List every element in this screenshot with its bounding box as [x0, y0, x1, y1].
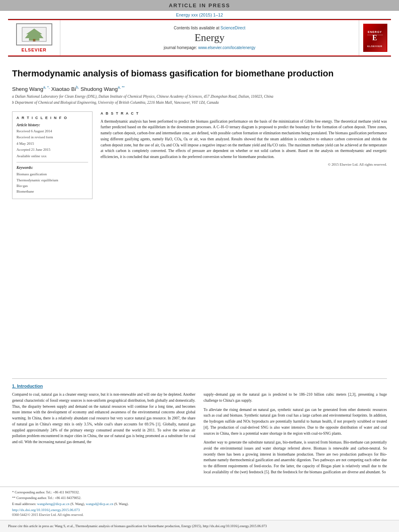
- intro-para4: Another way to generate the substitute n…: [204, 440, 387, 475]
- doi-line[interactable]: http://dx.doi.org/10.1016/j.energy.2015.…: [12, 508, 387, 512]
- energy-logo-area: ENERGY E ELSEVIER: [359, 20, 391, 55]
- journal-center-area: Contents lists available at ScienceDirec…: [60, 20, 359, 55]
- footnote-corr1: * Corresponding author. Tel.: +86 411 84…: [12, 490, 387, 495]
- received-date: Received 6 August 2014: [16, 129, 88, 134]
- article-info-label: A R T I C L E I N F O: [16, 116, 88, 120]
- info-abstract-cols: A R T I C L E I N F O Article history: R…: [12, 111, 387, 199]
- revised-label: Received in revised form: [16, 135, 88, 140]
- history-label: Article history:: [16, 123, 88, 127]
- citation-footer: Please cite this article in press as: Wa…: [0, 520, 399, 532]
- footnote-email: E-mail addresses: wangsheng@dicp.ac.cn (…: [12, 502, 387, 507]
- footnote-corr2: ** Corresponding author. Tel.: +86 411 8…: [12, 496, 387, 501]
- affil-a: a Dalian National Laboratory for Clean E…: [12, 94, 387, 99]
- intro-para2: supply–demand gap on the natural gas is …: [204, 392, 387, 403]
- svg-text:E: E: [372, 34, 377, 42]
- svg-text:ENERGY: ENERGY: [368, 31, 382, 33]
- available-online: Available online xxx: [16, 154, 88, 159]
- elsevier-logo-box: [16, 23, 52, 45]
- author2-sup: b,: [76, 85, 79, 89]
- copyright-line: © 2015 Elsevier Ltd. All rights reserved…: [101, 162, 387, 166]
- kw3: Bio-gas: [16, 183, 88, 189]
- author2-name: Xiaotao Bi: [51, 86, 76, 92]
- revised-date: 4 May 2015: [16, 141, 88, 147]
- header-rule-bottom: [8, 56, 391, 57]
- issn-line: 0360-5442/© 2015 Elsevier Ltd. All right…: [12, 513, 387, 517]
- kw2: Thermodynamic equilibrium: [16, 177, 88, 183]
- kw4: Biomethane: [16, 189, 88, 194]
- info-divider: [16, 162, 88, 162]
- energy-logo-box: ENERGY E ELSEVIER: [363, 24, 387, 52]
- body-col-right: supply–demand gap on the natural gas is …: [204, 392, 387, 478]
- elsevier-brand: ELSEVIER: [21, 47, 46, 52]
- author1-name: Sheng Wang: [12, 86, 43, 92]
- top-header: ELSEVIER Contents lists available at Sci…: [8, 19, 391, 56]
- footnotes-area: * Corresponding author. Tel.: +86 411 84…: [0, 487, 399, 520]
- email-label: E-mail addresses:: [12, 502, 36, 506]
- main-content: Thermodynamic analysis of biomass gasifi…: [0, 60, 399, 374]
- affiliations: a Dalian National Laboratory for Clean E…: [12, 94, 387, 106]
- journal-title-big: Energy: [195, 32, 225, 44]
- article-info-col: A R T I C L E I N F O Article history: R…: [12, 111, 93, 199]
- abstract-text: A thermodynamic analysis has been perfor…: [101, 119, 387, 160]
- homepage-line: journal homepage: www.elsevier.com/locat…: [164, 45, 255, 50]
- email1-name: (S. Wang),: [70, 502, 85, 506]
- banner-text: ARTICLE IN PRESS: [169, 2, 230, 8]
- affil-b: b Department of Chemical and Biological …: [12, 100, 387, 105]
- svg-rect-2: [33, 39, 35, 41]
- email2-link[interactable]: wangsd@dicp.ac.cn: [86, 502, 113, 506]
- contents-text: Contents lists available at: [174, 26, 219, 30]
- citation-text: Please cite this article in press as: Wa…: [8, 524, 267, 528]
- authors-line: Sheng Wanga, *, Xiaotao Bib, Shudong Wan…: [12, 85, 387, 92]
- keywords-label: Keywords:: [16, 166, 88, 170]
- article-in-press-banner: ARTICLE IN PRESS: [0, 0, 399, 11]
- elsevier-logo-area: ELSEVIER: [8, 20, 60, 55]
- intro-para3: To alleviate the rising demand on natura…: [204, 407, 387, 437]
- author1-sup: a, *,: [43, 85, 50, 89]
- article-info-box: A R T I C L E I N F O Article history: R…: [12, 111, 93, 199]
- science-direct-link[interactable]: ScienceDirect: [220, 26, 245, 30]
- author3-name: Shudong Wang: [80, 86, 118, 92]
- energy-logo-svg: ENERGY E ELSEVIER: [364, 25, 386, 51]
- contents-line: Contents lists available at ScienceDirec…: [174, 26, 245, 30]
- svg-text:ELSEVIER: ELSEVIER: [367, 45, 383, 47]
- homepage-url[interactable]: www.elsevier.com/locate/energy: [198, 45, 255, 50]
- email2-name: (S. Wang).: [114, 502, 129, 506]
- author3-sup: a, **: [118, 85, 125, 89]
- journal-ref-text: Energy xxx (2015) 1–12: [176, 12, 223, 17]
- main-divider: [12, 378, 387, 379]
- kw1: Biomass gasification: [16, 171, 88, 177]
- intro-para1: Compared to coal, natural gas is a clean…: [12, 392, 195, 445]
- accepted-date: Accepted 21 June 2015: [16, 147, 88, 153]
- abstract-col: A B S T R A C T A thermodynamic analysis…: [101, 111, 387, 199]
- doi-text: http://dx.doi.org/10.1016/j.energy.2015.…: [12, 508, 80, 512]
- page-wrapper: ARTICLE IN PRESS Energy xxx (2015) 1–12 …: [0, 0, 399, 532]
- email1-link[interactable]: wangsheng@dicp.ac.cn: [37, 502, 70, 506]
- body-two-col: Compared to coal, natural gas is a clean…: [12, 392, 387, 478]
- elsevier-logo-svg: [20, 25, 48, 43]
- intro-heading: 1. Introduction: [12, 384, 387, 388]
- journal-ref: Energy xxx (2015) 1–12: [0, 11, 399, 18]
- article-title: Thermodynamic analysis of biomass gasifi…: [12, 68, 387, 80]
- abstract-label: A B S T R A C T: [101, 111, 387, 115]
- homepage-label: journal homepage:: [164, 45, 197, 50]
- body-col-left: Compared to coal, natural gas is a clean…: [12, 392, 195, 478]
- body-section: 1. Introduction Compared to coal, natura…: [0, 384, 399, 486]
